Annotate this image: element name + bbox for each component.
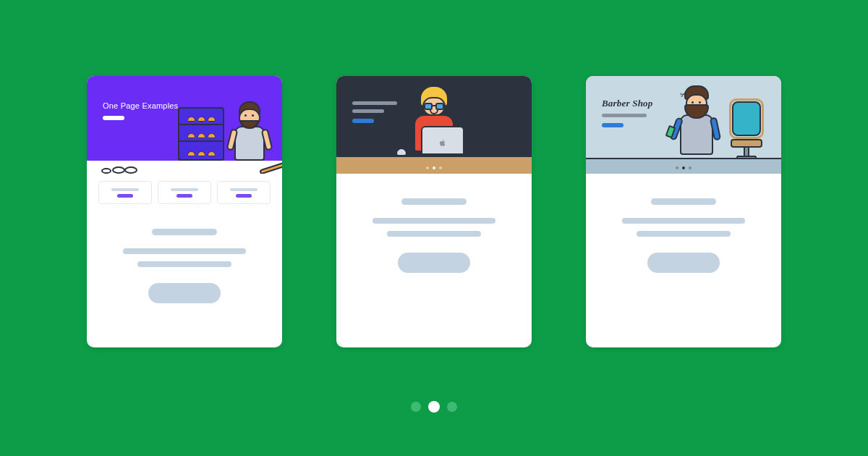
template-card-barber[interactable]: Barber Shop ✂ [586,76,781,347]
pagination-dot-active[interactable] [433,166,435,169]
barber-chair-illustration [728,101,765,158]
hero-title: Barber Shop [602,98,652,109]
carousel-dot[interactable] [447,402,457,412]
card-body-placeholder [336,174,532,347]
hero-pagination [676,166,692,169]
card-hero: One Page Examples [87,76,282,174]
feature-box [217,181,271,204]
text-placeholder [123,248,246,254]
template-carousel: One Page Examples [0,76,868,347]
cta-button-placeholder [647,253,720,273]
pagination-dot[interactable] [439,166,442,169]
text-placeholder [637,231,731,237]
text-placeholder [622,218,745,224]
hero-cta-placeholder [103,116,124,120]
text-placeholder [387,231,481,237]
feature-box [98,181,152,204]
feature-boxes [87,174,282,204]
text-placeholder [137,261,231,267]
baker-character-illustration [226,98,272,171]
cta-button-placeholder [398,253,470,273]
hero-cta-placeholder [352,119,374,123]
desk-surface [336,155,532,174]
hero-subtitle-placeholder [352,109,384,113]
pagination-dot[interactable] [689,166,692,169]
barber-character-illustration: ✂ [671,85,722,158]
heading-placeholder [401,198,467,205]
floor-surface [586,158,781,174]
pagination-dot[interactable] [426,166,429,169]
heading-placeholder [152,229,217,235]
apple-logo-icon [438,138,447,148]
feature-box [158,181,211,204]
text-placeholder [373,218,495,224]
carousel-dot[interactable] [411,402,421,412]
laptop-illustration [421,126,464,155]
hero-title-placeholder [352,101,397,105]
pagination-dot-active[interactable] [682,166,685,169]
card-hero [336,76,532,174]
template-card-bakery[interactable]: One Page Examples [87,76,282,347]
hero-title: One Page Examples [103,101,178,110]
card-hero: Barber Shop ✂ [586,76,781,174]
hero-cta-placeholder [602,123,624,127]
hero-subtitle-placeholder [602,114,647,117]
template-card-developer[interactable] [336,76,532,347]
card-body-placeholder [586,174,781,347]
carousel-pagination [411,401,457,413]
hero-pagination [426,166,442,169]
card-body-placeholder [87,204,282,347]
heading-placeholder [651,198,716,205]
cta-button-placeholder [148,283,221,303]
bread-shelf-illustration [178,107,224,161]
carousel-dot-active[interactable] [428,401,440,413]
pagination-dot[interactable] [676,166,678,169]
